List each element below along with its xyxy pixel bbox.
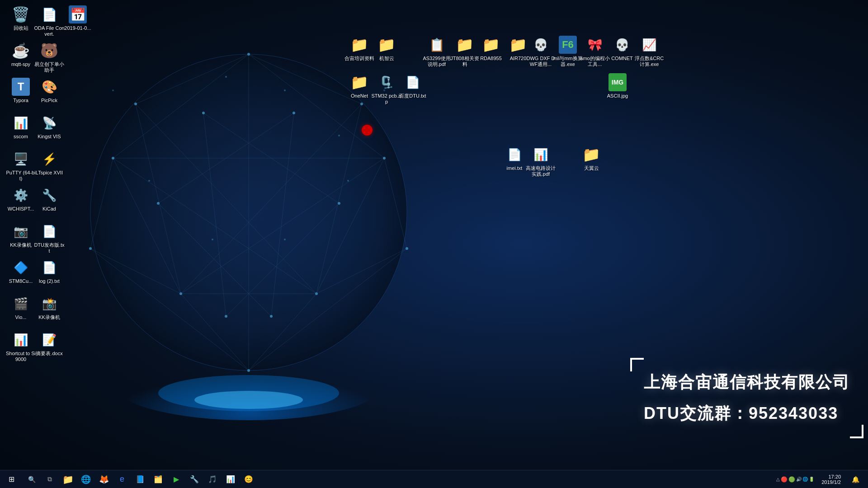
mouse-cursor xyxy=(362,125,373,136)
icon-picpick[interactable]: 🎨 PicPick xyxy=(32,76,66,105)
icon-yili-order[interactable]: 🐻 易立创下单小助手 xyxy=(32,40,66,75)
tray-icons[interactable]: △ 🔴 🟢 🔊 🌐 🔋 xyxy=(774,476,816,483)
taskbar-app6[interactable]: 🗂️ xyxy=(149,470,167,488)
taskbar-chrome[interactable]: 🌐 xyxy=(77,470,95,488)
taskbar-search[interactable]: 🔍 xyxy=(23,470,41,488)
icon-baidu-dtu-txt[interactable]: 📄 百度DTU.txt xyxy=(396,71,430,101)
icon-tianyi-folder[interactable]: 📁 天翼云 xyxy=(574,144,609,173)
icon-ascii-jpg[interactable]: IMG ASCII.jpg xyxy=(600,71,635,101)
company-dtu-group: DTU交流群：952343033 xyxy=(644,403,850,425)
taskbar: ⊞ 🔍 ⧉ 📁 🌐 🦊 e 📘 🗂️ ▶ 🔧 xyxy=(0,470,868,488)
taskbar-app11[interactable]: 😊 xyxy=(240,470,258,488)
icon-ltspice[interactable]: ⚡ LTspice XVII xyxy=(32,148,66,178)
taskbar-app7[interactable]: ▶ xyxy=(167,470,185,488)
icon-kk-camera[interactable]: 📸 KK录像机 xyxy=(32,293,66,322)
taskbar-start-button[interactable]: ⊞ xyxy=(0,470,23,488)
company-overlay: 上海合宙通信科技有限公司 DTU交流群：952343033 xyxy=(644,362,850,434)
icon-jizhi-folder[interactable]: 📁 机智云 xyxy=(369,34,404,63)
taskbar-app10[interactable]: 📊 xyxy=(222,470,240,488)
icon-kingst-vis[interactable]: 📡 Kingst VIS xyxy=(32,112,66,141)
taskbar-task-view[interactable]: ⧉ xyxy=(41,470,59,488)
icon-kicad[interactable]: 🔧 KiCad xyxy=(32,184,66,214)
taskbar-app9[interactable]: 🎵 xyxy=(203,470,222,488)
icon-summary-docx[interactable]: 📝 摘要表.docx xyxy=(32,329,66,358)
icon-log2-txt[interactable]: 📄 log (2).txt xyxy=(32,257,66,286)
icon-highspeed-pdf[interactable]: 📊 高速电路设计实践.pdf xyxy=(524,144,558,179)
company-name: 上海合宙通信科技有限公司 xyxy=(644,371,850,394)
taskbar-app8[interactable]: 🔧 xyxy=(185,470,203,488)
taskbar-ie[interactable]: e xyxy=(113,470,131,488)
taskbar-pinned-apps: 📁 🌐 🦊 e 📘 🗂️ ▶ 🔧 🎵 📊 😊 xyxy=(59,470,774,488)
taskbar-file-explorer[interactable]: 📁 xyxy=(59,470,77,488)
icon-dtu-release[interactable]: 📄 DTU发布版.txt xyxy=(32,221,66,256)
taskbar-notification[interactable]: 🔔 xyxy=(846,470,864,488)
bracket-top-left xyxy=(630,358,644,371)
taskbar-system-tray: △ 🔴 🟢 🔊 🌐 🔋 17:20 2019/1/2 🔔 xyxy=(774,470,868,488)
taskbar-clock[interactable]: 17:20 2019/1/2 xyxy=(818,474,844,485)
taskbar-firefox[interactable]: 🦊 xyxy=(95,470,113,488)
icon-floating-crc[interactable]: 📈 浮点数&CRC计算.exe xyxy=(632,34,666,69)
taskbar-vs-code[interactable]: 📘 xyxy=(131,470,149,488)
icon-date[interactable]: 📅 2019-01-0... xyxy=(61,4,95,33)
bracket-bottom-right xyxy=(850,425,863,438)
